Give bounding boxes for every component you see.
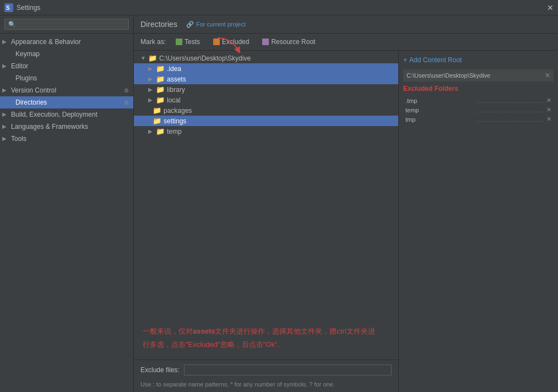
svg-text:S: S — [6, 5, 10, 11]
sidebar-item-label: Appearance & Behavior — [11, 38, 129, 46]
exclude-files-input[interactable] — [184, 364, 392, 375]
annotation-prefix: 一般来说，仅对 — [143, 327, 193, 335]
tree-root[interactable]: ▼ 📁 C:\Users\user\Desktop\Skydive — [134, 53, 398, 63]
tests-label: Tests — [185, 38, 200, 46]
sidebar: ▶ Appearance & Behavior Keymap ▶ Editor … — [0, 15, 134, 392]
tree-item-temp[interactable]: ▶ 📁 temp — [134, 126, 398, 137]
folder-icon: 📁 — [156, 85, 165, 94]
mark-as-bar: Mark as: Tests Excluded Resource Root — [134, 34, 558, 51]
window-title: Settings — [17, 4, 547, 12]
exclude-files-bar: Exclude files: — [134, 360, 398, 380]
tree-expand-icon: ▶ — [148, 86, 156, 92]
tree-expand-icon: ▶ — [148, 97, 156, 103]
close-button[interactable]: ✕ — [547, 3, 554, 12]
tree-item-settings[interactable]: 📁 settings — [134, 116, 398, 126]
tree-item-label: library — [167, 86, 185, 94]
directories-badge: ⚙ — [124, 100, 129, 106]
sidebar-search-container — [0, 15, 133, 34]
sidebar-item-directories[interactable]: Directories ⚙ — [0, 96, 133, 108]
resource-root-color-dot — [262, 39, 269, 45]
excluded-name: .tmp — [405, 97, 474, 104]
sidebar-item-keymap[interactable]: Keymap — [0, 48, 133, 60]
title-bar: S Settings ✕ — [0, 0, 558, 15]
tree-item-assets[interactable]: ▶ 📁 assets — [134, 74, 398, 84]
tree-item-label: .idea — [167, 65, 181, 73]
mark-tests-button[interactable]: Tests — [172, 37, 203, 47]
sidebar-item-label: Directories — [15, 99, 124, 106]
folder-icon: 📁 — [156, 75, 165, 83]
excluded-dots — [476, 108, 544, 112]
link-icon: 🔗 — [186, 21, 194, 28]
path-close-button[interactable]: ✕ — [545, 72, 550, 79]
sidebar-item-build[interactable]: ▶ Build, Execution, Deployment — [0, 108, 133, 121]
excluded-item-tmp: tmp ✕ — [403, 115, 554, 124]
for-project-link[interactable]: 🔗 For current project — [186, 21, 246, 28]
annotation-line2: 行多选，点击"Excluded"忽略，后点击"Ok". — [143, 338, 389, 351]
excluded-item-tmp-hidden: .tmp ✕ — [403, 96, 554, 105]
excluded-name: tmp — [405, 116, 474, 123]
right-panel: + Add Content Root C:\Users\user\Desktop… — [398, 51, 558, 392]
arrow-icon: ▶ — [2, 87, 9, 94]
excluded-dots — [476, 99, 544, 103]
sidebar-item-tools[interactable]: ▶ Tools — [0, 133, 133, 145]
exclude-hint: Use ; to separate name patterns, * for a… — [134, 380, 398, 392]
tests-color-dot — [176, 39, 182, 45]
folder-icon: 📁 — [153, 117, 161, 125]
excluded-dots — [476, 117, 544, 122]
sidebar-item-appearance[interactable]: ▶ Appearance & Behavior — [0, 36, 133, 48]
arrow-icon: ▶ — [2, 123, 9, 130]
tree-item-local[interactable]: ▶ 📁 local — [134, 95, 398, 105]
tree-root-label: C:\Users\user\Desktop\Skydive — [159, 55, 251, 62]
path-header: C:\Users\user\Desktop\Skydive ✕ — [403, 69, 554, 81]
sidebar-item-label: Plugins — [15, 74, 129, 82]
sidebar-nav: ▶ Appearance & Behavior Keymap ▶ Editor … — [0, 34, 133, 392]
excluded-remove-button[interactable]: ✕ — [546, 106, 551, 113]
mark-excluded-button[interactable]: Excluded — [210, 37, 252, 47]
sidebar-item-version-control[interactable]: ▶ Version Control ⚙ — [0, 84, 133, 96]
excluded-label: Excluded — [222, 38, 249, 46]
folder-icon: 📁 — [156, 64, 165, 73]
excluded-item-temp: temp ✕ — [403, 105, 554, 115]
excluded-remove-button[interactable]: ✕ — [546, 97, 551, 104]
folder-icon: 📁 — [156, 127, 165, 135]
annotation-suffix: 文件夹进行操作，选择其他文件夹，摁ctrl文件夹进 — [215, 327, 375, 335]
folder-icon: 📁 — [156, 96, 165, 104]
tree-expand-icon: ▶ — [148, 128, 156, 134]
add-content-root-label: Add Content Root — [409, 56, 462, 64]
annotation-line1: 一般来说，仅对assets文件夹进行操作，选择其他文件夹，摁ctrl文件夹进 — [143, 325, 389, 337]
sidebar-item-label: Languages & Frameworks — [11, 123, 129, 130]
arrow-icon: ▶ — [2, 135, 9, 142]
folder-icon: 📁 — [148, 54, 157, 62]
folder-icon: 📁 — [153, 106, 161, 115]
search-input[interactable] — [4, 19, 129, 30]
sidebar-item-label: Editor — [11, 62, 129, 70]
tree-expand-icon: ▶ — [148, 76, 156, 82]
excluded-remove-button[interactable]: ✕ — [546, 116, 551, 123]
content-title: Directories — [140, 20, 177, 29]
split-area: ▼ 📁 C:\Users\user\Desktop\Skydive ▶ 📁 .i… — [134, 51, 558, 392]
sidebar-item-label: Build, Execution, Deployment — [11, 111, 129, 118]
version-control-badge: ⚙ — [124, 88, 129, 94]
sidebar-item-languages[interactable]: ▶ Languages & Frameworks — [0, 121, 133, 133]
sidebar-item-label: Keymap — [15, 50, 129, 58]
add-icon: + — [403, 56, 407, 64]
mark-resource-root-button[interactable]: Resource Root — [259, 37, 318, 47]
tree-item-label: settings — [164, 117, 186, 125]
for-project-label: For current project — [196, 21, 246, 28]
tree-item-idea[interactable]: ▶ 📁 .idea — [134, 63, 398, 74]
annotation-area: 一般来说，仅对assets文件夹进行操作，选择其他文件夹，摁ctrl文件夹进 行… — [134, 316, 398, 360]
sidebar-item-editor[interactable]: ▶ Editor — [0, 60, 133, 72]
main-layout: ▶ Appearance & Behavior Keymap ▶ Editor … — [0, 15, 558, 392]
annotation-bold: assets — [193, 327, 215, 335]
add-content-root-button[interactable]: + Add Content Root — [403, 55, 554, 65]
content-header: Directories 🔗 For current project — [134, 15, 558, 34]
sidebar-item-plugins[interactable]: Plugins — [0, 72, 133, 84]
resource-root-label: Resource Root — [271, 38, 315, 46]
tree-item-packages[interactable]: 📁 packages — [134, 105, 398, 116]
tree-item-label: assets — [167, 75, 186, 83]
excluded-name: temp — [405, 107, 474, 113]
mark-as-label: Mark as: — [140, 38, 166, 46]
tree-item-label: packages — [164, 107, 192, 115]
exclude-files-section: Exclude files: Use ; to separate name pa… — [134, 360, 398, 392]
tree-item-library[interactable]: ▶ 📁 library — [134, 84, 398, 95]
